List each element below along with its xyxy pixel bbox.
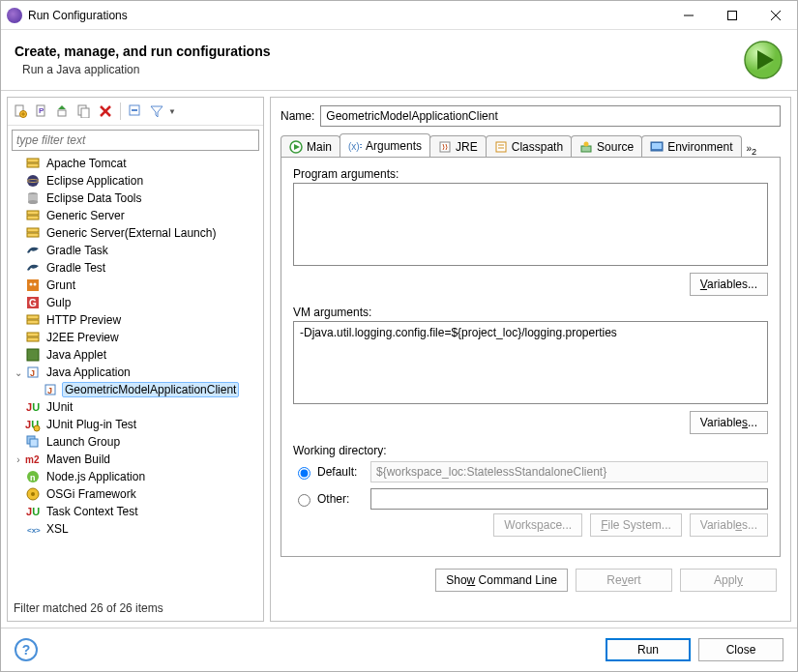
tree-item-task-context-test[interactable]: JUTask Context Test — [10, 503, 261, 520]
minimize-icon — [684, 11, 694, 20]
tree-item-java-application[interactable]: ⌄JJava Application — [10, 364, 261, 381]
run-button[interactable]: Run — [606, 638, 691, 661]
tab-source[interactable]: Source — [571, 135, 642, 157]
delete-button[interactable] — [96, 102, 115, 121]
tab-overflow-button[interactable]: »2 — [743, 142, 761, 157]
tree-item-http-preview[interactable]: HTTP Preview — [10, 311, 261, 329]
close-dialog-button[interactable]: Close — [698, 638, 783, 661]
tree-item-generic-server[interactable]: Generic Server — [10, 207, 261, 224]
name-input[interactable] — [320, 105, 781, 127]
name-label: Name: — [281, 109, 314, 123]
svg-rect-22 — [27, 163, 39, 167]
program-args-input[interactable] — [293, 183, 768, 266]
gradle-icon — [25, 243, 41, 258]
svg-text:J: J — [30, 368, 35, 378]
xsl-icon: <x> — [25, 521, 41, 537]
config-tree[interactable]: Apache TomcatEclipse ApplicationEclipse … — [8, 153, 263, 596]
delete-icon — [100, 105, 111, 117]
vm-variables-button[interactable]: Variables... — [690, 411, 768, 434]
tree-item-maven-build[interactable]: ›m2Maven Build — [10, 451, 261, 468]
minimize-button[interactable] — [666, 1, 710, 30]
tree-item-node-js-application[interactable]: nNode.js Application — [10, 468, 261, 485]
tree-item-gradle-task[interactable]: Gradle Task — [10, 242, 261, 259]
tree-item-apache-tomcat[interactable]: Apache Tomcat — [10, 155, 261, 172]
tree-item-gulp[interactable]: GGulp — [10, 294, 261, 311]
duplicate-button[interactable] — [74, 102, 94, 121]
server-icon — [25, 330, 41, 345]
new-prototype-button[interactable]: P — [32, 102, 51, 121]
vm-args-label: VM arguments: — [293, 306, 768, 319]
export-button[interactable] — [53, 102, 73, 121]
tab-jre[interactable]: JRE — [429, 135, 487, 157]
tree-item-osgi-framework[interactable]: OSGi Framework — [10, 485, 261, 503]
server-icon — [25, 312, 41, 328]
default-radio-label[interactable]: Default: — [293, 464, 361, 480]
filter-input[interactable] — [12, 130, 259, 151]
tree-item-geometricmodelapplicationclient[interactable]: JGeometricModelApplicationClient — [10, 381, 261, 398]
tree-item-gradle-test[interactable]: Gradle Test — [10, 259, 261, 277]
duplicate-icon — [77, 104, 91, 118]
other-radio[interactable] — [298, 494, 310, 507]
tree-item-junit[interactable]: JUJUnit — [10, 398, 261, 416]
source-tab-icon — [579, 140, 593, 154]
collapse-all-icon — [129, 104, 142, 118]
maximize-icon — [727, 11, 737, 20]
run-configurations-window: Run Configurations Create, manage, and r… — [0, 0, 798, 672]
footer: ? Run Close — [1, 628, 797, 671]
tree-item-generic-server-external-launch-[interactable]: Generic Server(External Launch) — [10, 224, 261, 242]
server-icon — [25, 208, 41, 223]
arguments-tab-icon: (x)= — [348, 139, 362, 153]
tab-arguments[interactable]: (x)=Arguments — [340, 133, 430, 157]
program-variables-button[interactable]: Variables... — [690, 273, 768, 296]
other-path-input[interactable] — [370, 488, 768, 510]
tab-environment[interactable]: Environment — [641, 135, 741, 157]
filter-button[interactable] — [147, 102, 166, 121]
svg-rect-41 — [27, 349, 39, 361]
tab-classpath[interactable]: Classpath — [486, 135, 572, 157]
group-icon — [25, 434, 41, 450]
svg-point-48 — [34, 425, 40, 431]
maximize-button[interactable] — [710, 1, 754, 30]
svg-text:<x>: <x> — [27, 526, 41, 535]
tree-item-launch-group[interactable]: Launch Group — [10, 433, 261, 451]
svg-rect-30 — [27, 228, 39, 232]
svg-marker-20 — [151, 106, 163, 117]
new-config-button[interactable] — [11, 102, 30, 121]
dropdown-icon[interactable]: ▼ — [168, 107, 176, 116]
tree-item-junit-plug-in-test[interactable]: JUJUnit Plug-in Test — [10, 416, 261, 433]
apply-button: Apply — [680, 569, 777, 592]
java-icon: J — [43, 382, 58, 397]
arguments-tab-body: Program arguments: Variables... VM argum… — [281, 158, 781, 557]
help-icon[interactable]: ? — [15, 638, 38, 661]
svg-rect-38 — [27, 320, 39, 324]
svg-rect-31 — [27, 233, 39, 237]
collapse-all-button[interactable] — [126, 102, 145, 121]
left-toolbar: P ▼ — [8, 98, 263, 126]
tab-main[interactable]: Main — [281, 135, 340, 157]
osgi-icon — [25, 486, 41, 502]
header: Create, manage, and run configurations R… — [1, 30, 797, 91]
tree-item-java-applet[interactable]: Java Applet — [10, 346, 261, 364]
workspace-button: Workspace... — [493, 513, 582, 537]
filesystem-button: File System... — [590, 513, 682, 537]
other-radio-label[interactable]: Other: — [293, 491, 361, 507]
body: P ▼ Apach — [1, 91, 797, 628]
filter-status: Filter matched 26 of 26 items — [8, 596, 263, 621]
tree-item-j2ee-preview[interactable]: J2EE Preview — [10, 329, 261, 346]
environment-tab-icon — [650, 140, 664, 154]
tree-item-grunt[interactable]: Grunt — [10, 277, 261, 294]
titlebar: Run Configurations — [1, 1, 797, 30]
new-page-icon — [14, 104, 27, 118]
tree-item-eclipse-application[interactable]: Eclipse Application — [10, 172, 261, 190]
default-radio[interactable] — [298, 467, 310, 480]
show-command-line-button[interactable]: Show Command Line — [435, 569, 568, 592]
tree-item-eclipse-data-tools[interactable]: Eclipse Data Tools — [10, 190, 261, 207]
vm-args-input[interactable]: -Djava.util.logging.config.file=${projec… — [293, 321, 768, 404]
svg-rect-39 — [27, 333, 39, 336]
svg-point-34 — [34, 283, 37, 286]
tree-item-xsl[interactable]: <x>XSL — [10, 520, 261, 538]
node-icon: n — [25, 469, 41, 484]
export-icon — [56, 104, 70, 118]
working-dir-label: Working directory: — [293, 444, 768, 457]
close-button[interactable] — [754, 1, 797, 30]
